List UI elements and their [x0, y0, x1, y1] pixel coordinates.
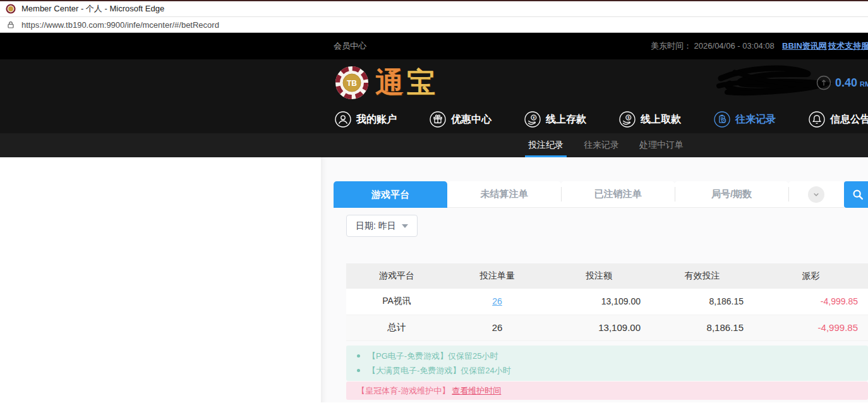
- svg-text:$: $: [627, 116, 630, 119]
- nav-item-announcements[interactable]: 信息公告: [809, 111, 868, 128]
- tab-unsettled-bets[interactable]: 未结算注单: [447, 181, 561, 208]
- site-header: TB 通宝 0.40RMB: [0, 59, 868, 105]
- tab-game-platform[interactable]: 游戏平台: [334, 181, 447, 208]
- nav-item-records[interactable]: 往来记录: [714, 111, 776, 128]
- cell-valid-bet: 8,186.15: [651, 289, 754, 315]
- chevron-down-icon[interactable]: [808, 186, 824, 203]
- caret-down-icon: [402, 224, 408, 228]
- table-row: PA视讯 26 13,109.00 8,186.15 -4,999.85: [346, 289, 868, 315]
- bullet-icon: [357, 369, 360, 372]
- col-header-payout: 派彩: [754, 263, 868, 289]
- logo-wordmark: 通宝: [375, 68, 438, 97]
- nav-item-deposit[interactable]: ¥ 线上存款: [524, 111, 586, 128]
- total-payout: -4,999.85: [754, 315, 868, 340]
- refresh-balance-icon[interactable]: [816, 75, 831, 90]
- total-label: 总计: [346, 315, 447, 340]
- table-total-row: 总计 26 13,109.00 8,186.15 -4,999.85: [346, 315, 868, 340]
- address-bar[interactable]: https://www.tb190.com:9900/infe/mcenter/…: [0, 17, 868, 33]
- total-valid-bet: 8,186.15: [651, 315, 754, 340]
- bbin-news-link[interactable]: BBIN资讯网: [782, 40, 827, 52]
- window-title: Member Center - 个人 - Microsoft Edge: [21, 3, 164, 15]
- info-notice-box: 【PG电子-免费游戏】仅保留25小时 【大满贯电子-免费游戏】仅保留24小时: [346, 346, 868, 381]
- content-panel: 游戏平台 未结算注单 已注销注单 局号/期数: [321, 157, 868, 402]
- eastern-time-label: 美东时间： 2026/04/06 - 03:04:08: [651, 40, 775, 52]
- maintenance-notice-box: 【皇冠体育-游戏维护中】 查看维护时间: [346, 382, 868, 400]
- withdraw-icon: $: [619, 111, 636, 128]
- maintenance-text: 【皇冠体育-游戏维护中】: [357, 385, 450, 397]
- filter-tab-bar: 游戏平台 未结算注单 已注销注单 局号/期数: [334, 181, 868, 208]
- search-button[interactable]: [844, 181, 868, 208]
- notice-line: 【大满贯电子-免费游戏】仅保留24小时: [346, 363, 868, 378]
- user-icon: [335, 111, 351, 128]
- bell-icon: [809, 111, 825, 128]
- tab-expand-dropdown[interactable]: [788, 181, 844, 208]
- balance-amount: 0.40: [835, 76, 857, 88]
- tech-support-link[interactable]: 技术支持服务: [828, 40, 868, 52]
- balance-currency: RMB: [860, 80, 868, 87]
- subnav-item-bet-records[interactable]: 投注纪录: [528, 133, 564, 157]
- col-header-valid-bet: 有效投注: [651, 263, 754, 289]
- nav-item-withdraw[interactable]: $ 线上取款: [619, 111, 681, 128]
- table-header-row: 游戏平台 投注单量 投注额 有效投注 派彩: [346, 263, 868, 289]
- deposit-icon: ¥: [524, 111, 541, 128]
- col-header-bet-count: 投注单量: [447, 263, 547, 289]
- col-header-platform: 游戏平台: [346, 263, 447, 289]
- records-icon: [714, 111, 730, 128]
- site-logo[interactable]: TB 通宝: [335, 66, 438, 100]
- bet-count-link[interactable]: 26: [492, 296, 502, 306]
- subnav-item-processing-orders[interactable]: 处理中订单: [639, 133, 684, 157]
- bullet-icon: [357, 354, 360, 358]
- cell-bet-amount: 13,109.00: [547, 289, 651, 315]
- view-maintenance-time-link[interactable]: 查看维护时间: [452, 385, 501, 397]
- notice-line: 【PG电子-免费游戏】仅保留25小时: [346, 349, 868, 363]
- page-title: 会员中心: [334, 40, 366, 52]
- tab-round-number[interactable]: 局号/期数: [675, 181, 788, 208]
- nav-item-my-account[interactable]: 我的账户: [335, 111, 397, 128]
- url-text[interactable]: https://www.tb190.com:9900/infe/mcenter/…: [21, 20, 219, 30]
- main-content: 游戏平台 未结算注单 已注销注单 局号/期数: [0, 157, 868, 402]
- date-filter-dropdown[interactable]: 日期: 昨日: [346, 215, 418, 237]
- svg-text:¥: ¥: [533, 116, 535, 119]
- bet-summary-table: 游戏平台 投注单量 投注额 有效投注 派彩 PA视讯 26 13,109.00 …: [346, 263, 868, 341]
- subnav-item-transaction-records[interactable]: 往来记录: [584, 133, 619, 157]
- favicon-tb-chip-icon: [6, 4, 16, 14]
- lock-icon: [6, 20, 15, 29]
- cell-platform: PA视讯: [346, 289, 447, 315]
- total-bet-amount: 13,109.00: [547, 315, 651, 340]
- balance-display: 0.40RMB: [835, 76, 868, 89]
- tab-cancelled-bets[interactable]: 已注销注单: [561, 181, 675, 208]
- nav-item-promotions[interactable]: 优惠中心: [430, 111, 491, 128]
- sub-nav: 投注纪录 往来记录 处理中订单: [0, 133, 868, 157]
- browser-titlebar: Member Center - 个人 - Microsoft Edge: [0, 0, 868, 17]
- col-header-bet-amount: 投注额: [547, 263, 651, 289]
- total-bet-count: 26: [447, 315, 547, 340]
- svg-text:TB: TB: [347, 78, 357, 87]
- search-icon: [851, 188, 865, 202]
- gift-icon: [430, 111, 446, 128]
- poker-chip-icon: TB: [335, 66, 369, 100]
- top-utility-bar: 会员中心 美东时间： 2026/04/06 - 03:04:08 BBIN资讯网…: [0, 33, 868, 59]
- main-nav: 我的账户 优惠中心 ¥ 线上存款 $ 线上取款: [0, 105, 868, 133]
- cell-payout: -4,999.85: [754, 289, 868, 315]
